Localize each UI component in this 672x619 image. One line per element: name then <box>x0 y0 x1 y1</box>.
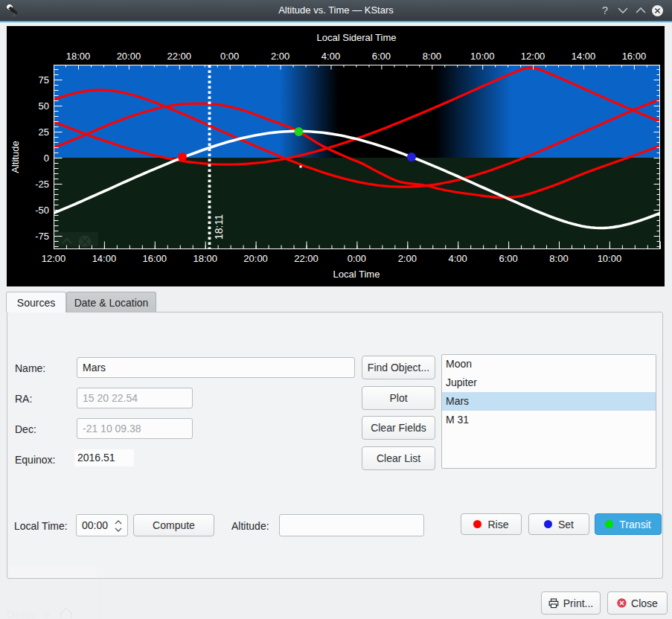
svg-text:22:00: 22:00 <box>294 253 319 264</box>
svg-text:18:00: 18:00 <box>66 51 91 62</box>
svg-text:16:00: 16:00 <box>622 51 647 62</box>
svg-text:-25: -25 <box>35 179 49 190</box>
svg-text:10:00: 10:00 <box>470 51 495 62</box>
svg-text:0: 0 <box>44 153 49 164</box>
svg-text:0:00: 0:00 <box>220 51 239 62</box>
svg-text:8:00: 8:00 <box>423 51 441 62</box>
svg-text:Local Sideral Time: Local Sideral Time <box>317 32 397 43</box>
svg-text:6:00: 6:00 <box>372 51 391 62</box>
svg-text:-50: -50 <box>35 205 49 216</box>
svg-text:14:00: 14:00 <box>572 51 596 62</box>
svg-text:2:00: 2:00 <box>271 51 289 62</box>
svg-text:4:00: 4:00 <box>449 253 467 264</box>
svg-text:18:00: 18:00 <box>193 253 217 264</box>
svg-text:2:00: 2:00 <box>398 253 417 264</box>
svg-text:20:00: 20:00 <box>117 51 141 62</box>
svg-text:10:00: 10:00 <box>598 253 622 264</box>
svg-text:6:00: 6:00 <box>499 253 517 264</box>
svg-text:14:00: 14:00 <box>92 253 117 264</box>
svg-text:12:00: 12:00 <box>521 51 545 62</box>
svg-text:50: 50 <box>39 100 49 112</box>
svg-text:Altitude: Altitude <box>10 141 21 173</box>
svg-text:20:00: 20:00 <box>243 253 268 264</box>
svg-text:16:00: 16:00 <box>143 253 167 264</box>
svg-text:4:00: 4:00 <box>321 51 340 62</box>
svg-text:Local Time: Local Time <box>333 269 380 280</box>
svg-text:25: 25 <box>39 126 49 138</box>
svg-text:-75: -75 <box>35 231 49 242</box>
svg-text:0:00: 0:00 <box>348 253 366 264</box>
svg-text:75: 75 <box>39 74 49 86</box>
svg-text:12:00: 12:00 <box>42 253 66 264</box>
svg-text:22:00: 22:00 <box>167 51 192 62</box>
svg-text:8:00: 8:00 <box>549 253 568 264</box>
svg-text:18:11: 18:11 <box>213 214 225 240</box>
